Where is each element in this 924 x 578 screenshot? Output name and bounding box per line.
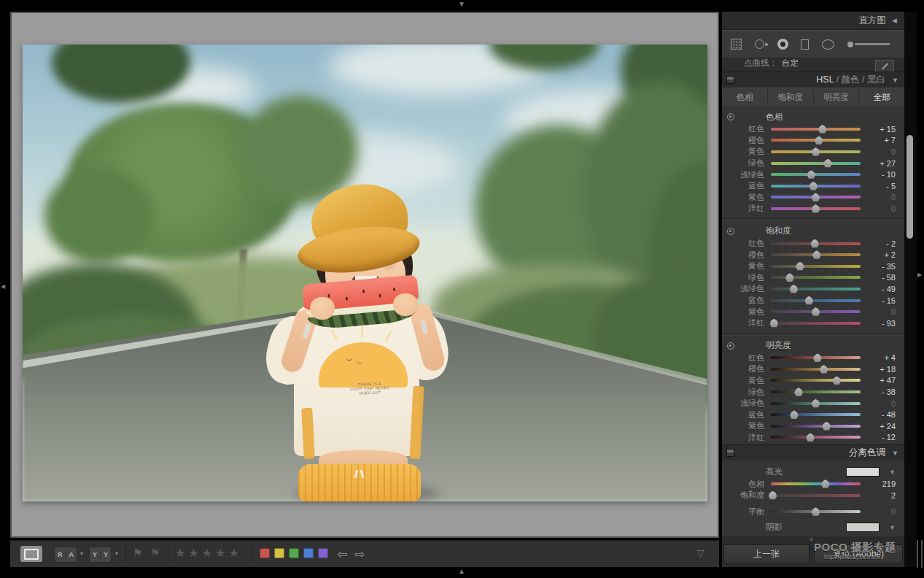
radial-filter-icon[interactable]	[822, 36, 834, 53]
left-panel-collapse-arrow[interactable]: ◀	[1, 283, 5, 290]
photo-canvas[interactable]: THERE IS A LIGHT THAT NEVER GOES OUT	[23, 45, 707, 501]
reference-view-caret[interactable]: ▾	[80, 550, 83, 557]
slider-value: + 27	[866, 159, 896, 168]
shadows-color-swatch[interactable]	[846, 523, 880, 532]
slider-track[interactable]	[771, 193, 861, 201]
slider-value: 0	[866, 147, 896, 156]
slider-label: 浅绿色	[722, 398, 764, 409]
targeted-adjustment-icon[interactable]	[727, 342, 734, 350]
before-after-caret[interactable]: ▾	[115, 550, 118, 557]
before-after-view-button[interactable]: YY	[89, 547, 112, 563]
photo-shirt-text: THERE IS A LIGHT THAT NEVER GOES OUT	[335, 380, 405, 396]
targeted-adjustment-icon[interactable]	[727, 228, 734, 235]
loupe-view-button[interactable]	[20, 546, 42, 562]
color-label-chip[interactable]	[318, 548, 328, 558]
flag-reject-icon[interactable]: ⚑	[150, 547, 160, 560]
slider-track[interactable]	[771, 136, 861, 144]
color-label-chip[interactable]	[289, 548, 299, 558]
hsl-tab-全部[interactable]: 全部	[859, 88, 904, 106]
highlights-swatch-caret[interactable]: ▼	[889, 469, 896, 476]
slider-track[interactable]	[771, 239, 861, 248]
slider-track[interactable]	[771, 147, 861, 156]
hsl-tab-色相[interactable]: 色相	[722, 88, 768, 106]
previous-button[interactable]: 上一张	[723, 544, 810, 563]
star-rating[interactable]: ★★★★★	[175, 546, 242, 560]
slider-value: 0	[866, 507, 896, 516]
slider-track[interactable]	[771, 250, 861, 259]
split-toning-collapse-icon[interactable]: ▼	[892, 450, 898, 457]
slider-track[interactable]	[771, 365, 861, 374]
slider-track[interactable]	[771, 388, 861, 396]
slider-row: 蓝色- 15	[722, 295, 904, 307]
histogram-panel-header[interactable]: 直方图 ◀	[722, 12, 904, 29]
slider-row: 平衡0	[722, 506, 904, 517]
targeted-adjustment-icon[interactable]	[727, 113, 734, 120]
hsl-tab-明亮度[interactable]: 明亮度	[814, 88, 860, 106]
color-label-chip[interactable]	[303, 548, 314, 558]
slider-track[interactable]	[771, 433, 861, 442]
next-photo-arrow[interactable]: ⇨	[354, 547, 365, 562]
hsl-tab-饱和度[interactable]: 饱和度	[768, 88, 814, 106]
color-label-chip[interactable]	[260, 548, 270, 558]
slider-track[interactable]	[771, 410, 861, 419]
reset-button[interactable]: 复位 (Adobe)	[814, 544, 903, 563]
slider-row: 绿色- 38	[722, 386, 904, 398]
edit-point-curve-button[interactable]	[875, 60, 894, 72]
slider-value: - 2	[866, 239, 896, 248]
slider-row: 浅绿色0	[722, 398, 904, 409]
before-after-letter: Y	[101, 551, 111, 558]
slider-track[interactable]	[771, 204, 861, 213]
slider-value: + 15	[866, 125, 896, 134]
slider-label: 洋红	[722, 432, 764, 443]
section-header-明亮度: 明亮度	[722, 339, 904, 352]
hsl-sections: 色相红色+ 15橙色+ 7黄色0绿色+ 27浅绿色- 10蓝色- 5紫色0洋红0…	[722, 106, 904, 444]
highlights-color-swatch[interactable]	[846, 467, 880, 477]
right-panel-collapse-arrow[interactable]: ▶	[917, 271, 922, 279]
slider-row: 饱和度2	[722, 490, 904, 501]
slider-track[interactable]	[771, 491, 861, 500]
slider-track[interactable]	[771, 319, 861, 328]
graduated-filter-icon[interactable]	[801, 36, 809, 53]
bottom-panel-collapse-arrow[interactable]: ▲	[458, 568, 465, 575]
hsl-panel-header[interactable]: HSL / 颜色 / 黑白 ▼	[722, 72, 904, 88]
reference-view-button[interactable]: RA	[54, 547, 77, 563]
slider-track[interactable]	[771, 507, 861, 516]
section-header-色相: 色相	[722, 110, 904, 123]
slider-track[interactable]	[771, 170, 861, 179]
slider-track[interactable]	[771, 376, 861, 385]
slider-track[interactable]	[771, 159, 861, 168]
slider-track[interactable]	[771, 422, 861, 431]
color-label-chip[interactable]	[274, 548, 284, 558]
slider-row: 绿色- 58	[722, 272, 904, 284]
split-toning-panel-toggle[interactable]	[726, 449, 734, 457]
slider-track[interactable]	[771, 273, 861, 282]
top-panel-collapse-arrow[interactable]: ▼	[458, 1, 465, 8]
shadows-swatch-caret[interactable]: ▼	[889, 524, 896, 531]
slider-track[interactable]	[771, 479, 861, 488]
point-curve-value[interactable]: 自定	[782, 58, 799, 69]
slider-track[interactable]	[771, 296, 861, 305]
panel-scrollbar-thumb[interactable]	[906, 135, 913, 239]
toolbar-divider	[251, 545, 252, 563]
hsl-collapse-icon[interactable]: ▼	[892, 77, 898, 84]
slider-track[interactable]	[771, 125, 861, 134]
slider-label: 黄色	[722, 261, 764, 271]
split-toning-panel-header[interactable]: 分离色调 ▼	[722, 445, 904, 461]
flag-pick-icon[interactable]: ⚑	[133, 547, 142, 560]
slider-track[interactable]	[771, 353, 861, 362]
slider-track[interactable]	[771, 285, 861, 293]
slider-track[interactable]	[771, 307, 861, 316]
spot-removal-icon[interactable]	[755, 36, 764, 53]
adjustment-brush-icon[interactable]	[847, 36, 896, 53]
histogram-collapse-icon[interactable]: ◀	[892, 17, 897, 24]
reference-view-letter: R	[55, 551, 66, 558]
panel-scrollbar-track[interactable]	[904, 12, 917, 567]
slider-track[interactable]	[771, 182, 861, 190]
slider-track[interactable]	[771, 399, 861, 408]
hsl-panel-toggle[interactable]	[726, 76, 734, 84]
red-eye-icon[interactable]	[777, 36, 788, 53]
previous-photo-arrow[interactable]: ⇦	[337, 547, 347, 562]
toolbar-options-disclosure[interactable]: ▽	[697, 548, 704, 558]
slider-track[interactable]	[771, 262, 861, 271]
crop-overlay-icon[interactable]	[731, 36, 742, 53]
